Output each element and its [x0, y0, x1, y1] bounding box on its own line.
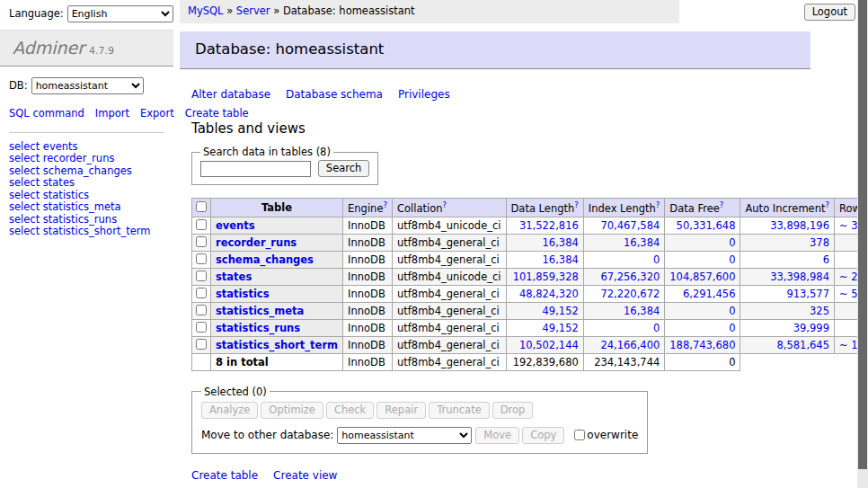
data-length-cell-link[interactable]: 31,522,816	[519, 219, 579, 232]
move-button[interactable]: Move	[475, 427, 519, 444]
data-free-cell-link[interactable]: 0	[729, 305, 735, 317]
auto-increment-cell-link[interactable]: 33,398,984	[770, 271, 829, 283]
index-length-cell-link[interactable]: 16,384	[624, 305, 660, 317]
table-name-link[interactable]: schema_changes	[216, 253, 314, 266]
copy-button[interactable]: Copy	[522, 427, 564, 444]
data-free-cell-link[interactable]: 0	[729, 253, 735, 266]
table-name-link[interactable]: statistics_meta	[216, 305, 304, 317]
total-empty-cell	[192, 353, 211, 370]
data-length-cell-link[interactable]: 16,384	[543, 236, 579, 249]
action-link-privileges[interactable]: Privileges	[398, 88, 450, 101]
check-button[interactable]: Check	[326, 402, 374, 419]
column-header-label: Auto Increment	[745, 202, 825, 215]
drop-button[interactable]: Drop	[492, 402, 534, 419]
data-free-cell-link[interactable]: 0	[729, 236, 735, 249]
help-link[interactable]: ?	[443, 200, 447, 209]
sidebar-item-statistics[interactable]: select statistics	[9, 189, 89, 201]
vertical-scrollbar[interactable]	[857, 0, 868, 488]
column-header-label: Table	[261, 201, 292, 214]
help-link[interactable]: ?	[574, 200, 579, 209]
sidebar-item-statistics-meta[interactable]: select statistics_meta	[9, 200, 121, 213]
table-name-link[interactable]: events	[216, 219, 255, 232]
row-checkbox[interactable]	[196, 219, 207, 230]
sidebar-link-sql-command[interactable]: SQL command	[9, 107, 84, 120]
data-free-cell-link[interactable]: 0	[729, 322, 735, 334]
row-checkbox[interactable]	[196, 236, 207, 247]
sidebar: Language:English Adminer4.7.9 DB:homeass…	[0, 0, 173, 488]
logout-button[interactable]: Logout	[804, 4, 855, 21]
index-length-cell-link[interactable]: 72,220,672	[600, 288, 660, 300]
truncate-button[interactable]: Truncate	[429, 402, 490, 419]
row-checkbox[interactable]	[196, 288, 207, 298]
table-name-link[interactable]: statistics	[216, 288, 270, 300]
table-name-link[interactable]: recorder_runs	[216, 236, 297, 249]
breadcrumb-item[interactable]: Server	[236, 4, 270, 17]
table-name-link[interactable]: statistics_runs	[216, 322, 300, 334]
breadcrumb-item[interactable]: MySQL	[188, 4, 224, 17]
sidebar-link-export[interactable]: Export	[140, 107, 174, 120]
sidebar-item-statistics-runs[interactable]: select statistics_runs	[9, 213, 117, 226]
repair-button[interactable]: Repair	[376, 402, 426, 419]
data-length-cell-link[interactable]: 49,152	[543, 305, 579, 317]
data-free-cell-link[interactable]: 104,857,600	[669, 271, 735, 283]
optimize-button[interactable]: Optimize	[261, 402, 323, 419]
language-select[interactable]: English	[67, 5, 173, 22]
scrollbar-thumb[interactable]	[858, 0, 867, 469]
help-link[interactable]: ?	[825, 200, 829, 209]
auto-increment-cell-link[interactable]: 6	[823, 253, 829, 266]
data-free-cell-link[interactable]: 50,331,648	[677, 219, 736, 232]
search-input[interactable]	[200, 161, 311, 177]
auto-increment-cell-link[interactable]: 8,581,645	[776, 339, 829, 351]
sidebar-item-schema-changes[interactable]: select schema_changes	[9, 164, 132, 177]
index-length-cell-link[interactable]: 70,467,584	[600, 219, 660, 232]
row-checkbox[interactable]	[196, 322, 207, 333]
create-link-create-table[interactable]: Create table	[191, 469, 258, 482]
sidebar-item-recorder-runs[interactable]: select recorder_runs	[9, 152, 114, 164]
app-logo[interactable]: Adminer	[13, 38, 84, 58]
help-link[interactable]: ?	[656, 200, 660, 209]
breadcrumb-item: Database: homeassistant	[283, 4, 415, 17]
search-button[interactable]: Search	[318, 160, 370, 177]
data-length-cell-link[interactable]: 10,502,144	[519, 339, 579, 351]
select-all-checkbox[interactable]	[196, 201, 207, 212]
total-index-length-cell: 234,143,744	[583, 353, 665, 370]
data-length-cell-link[interactable]: 48,824,320	[519, 288, 579, 300]
help-link[interactable]: ?	[383, 200, 387, 209]
index-length-cell-link[interactable]: 24,166,400	[600, 339, 660, 351]
help-link[interactable]: ?	[720, 200, 724, 209]
data-length-cell-link[interactable]: 16,384	[543, 253, 579, 266]
create-link-create-view[interactable]: Create view	[273, 469, 337, 482]
action-link-alter-database[interactable]: Alter database	[191, 88, 270, 101]
auto-increment-cell-link[interactable]: 39,999	[793, 322, 829, 334]
data-free-cell-link[interactable]: 188,743,680	[669, 339, 735, 351]
action-link-database-schema[interactable]: Database schema	[286, 88, 383, 101]
data-length-cell-link[interactable]: 101,859,328	[513, 271, 579, 283]
move-db-select[interactable]: homeassistant	[337, 427, 472, 444]
table-name-link[interactable]: statistics_short_term	[216, 339, 338, 351]
data-free-cell: 50,331,648	[665, 217, 740, 234]
sidebar-item-events[interactable]: select events	[9, 140, 78, 153]
auto-increment-cell-link[interactable]: 378	[810, 236, 829, 249]
row-checkbox[interactable]	[196, 271, 207, 281]
sidebar-item-statistics-short-term[interactable]: select statistics_short_term	[9, 225, 150, 237]
table-name-link[interactable]: states	[216, 271, 252, 283]
row-checkbox[interactable]	[196, 339, 207, 350]
auto-increment-cell-link[interactable]: 33,898,196	[770, 219, 829, 232]
row-checkbox[interactable]	[196, 305, 207, 315]
row-checkbox[interactable]	[196, 253, 207, 264]
overwrite-label: overwrite	[587, 429, 638, 441]
index-length-cell-link[interactable]: 0	[653, 322, 660, 334]
sidebar-item-states[interactable]: select states	[9, 176, 75, 189]
index-length-cell-link[interactable]: 0	[653, 253, 660, 266]
overwrite-checkbox[interactable]	[574, 430, 585, 440]
analyze-button[interactable]: Analyze	[201, 402, 258, 419]
data-free-cell-link[interactable]: 6,291,456	[683, 288, 736, 300]
auto-increment-cell-link[interactable]: 913,577	[786, 288, 829, 300]
index-length-cell-link[interactable]: 16,384	[624, 236, 660, 249]
sidebar-link-import[interactable]: Import	[95, 107, 129, 120]
data-length-cell-link[interactable]: 49,152	[543, 322, 579, 334]
auto-increment-cell-link[interactable]: 325	[810, 305, 829, 317]
db-select[interactable]: homeassistant	[31, 77, 144, 94]
index-length-cell-link[interactable]: 67,256,320	[600, 271, 660, 283]
db-label: DB:	[9, 79, 28, 92]
